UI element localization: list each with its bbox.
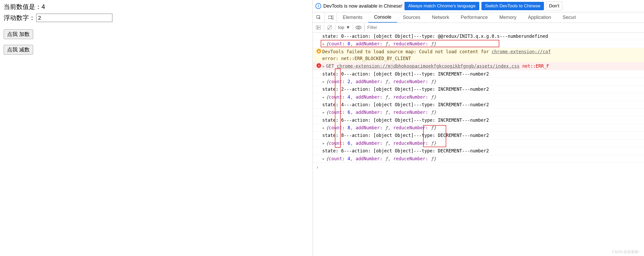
devtools-tabs: Elements Console Sources Network Perform… bbox=[313, 12, 644, 23]
info-icon: i bbox=[315, 3, 321, 9]
log-object[interactable]: {count: 4, addNumber: ƒ, reduceNumber: ƒ… bbox=[326, 156, 436, 161]
app-pane: 当前数值是：4 浮动数字： 点我 加数 点我 减数 bbox=[0, 0, 313, 256]
expand-icon[interactable]: ▸ bbox=[322, 63, 325, 70]
tab-console[interactable]: Console bbox=[368, 12, 397, 23]
watermark: CSDN @@索索~ bbox=[612, 250, 640, 254]
expand-icon[interactable]: ▸ bbox=[322, 140, 325, 147]
expand-icon[interactable]: ▸ bbox=[322, 40, 325, 47]
error-icon: ✕ bbox=[316, 63, 321, 68]
http-method: GET bbox=[326, 63, 334, 69]
error-url[interactable]: chrome-extension://mjdbhokoopacimoekfgkc… bbox=[337, 63, 520, 69]
expand-icon[interactable]: ▸ bbox=[322, 109, 325, 116]
tab-performance[interactable]: Performance bbox=[455, 13, 494, 22]
log-row-warning: ▲DevTools failed to load source map: Cou… bbox=[313, 48, 644, 63]
log-row: state: 2---action: [object Object]---typ… bbox=[313, 86, 644, 93]
log-row: state: 8---action: [object Object]---typ… bbox=[313, 132, 644, 139]
tab-security[interactable]: Securi bbox=[557, 13, 582, 22]
log-row: state: 4---action: [object Object]---typ… bbox=[313, 101, 644, 109]
log-text: state: 6---action: [object Object]---typ… bbox=[322, 117, 642, 124]
reduce-button[interactable]: 点我 减数 bbox=[4, 45, 33, 55]
infobar-text: DevTools is now available in Chinese! bbox=[323, 3, 402, 9]
console-prompt[interactable]: › bbox=[313, 163, 644, 172]
svg-rect-1 bbox=[328, 16, 332, 19]
log-object[interactable]: {count: 2, addNumber: ƒ, reduceNumber: ƒ… bbox=[326, 79, 436, 84]
tab-elements[interactable]: Elements bbox=[337, 13, 368, 22]
clear-console-icon[interactable] bbox=[324, 23, 335, 32]
warn-text-2: error: net::ERR_BLOCKED_BY_CLIENT bbox=[322, 56, 411, 61]
language-infobar: i DevTools is now available in Chinese! … bbox=[313, 0, 644, 12]
log-text: state: 0---action: [object Object]---typ… bbox=[322, 71, 642, 77]
log-object[interactable]: {count: 4, addNumber: ƒ, reduceNumber: ƒ… bbox=[326, 94, 436, 100]
current-prefix: 当前数值是： bbox=[4, 3, 41, 10]
context-selector[interactable]: top ▼ bbox=[335, 25, 353, 30]
float-input[interactable] bbox=[36, 14, 112, 22]
tab-memory[interactable]: Memory bbox=[494, 13, 522, 22]
log-row: ▸{count: 4, addNumber: ƒ, reduceNumber: … bbox=[313, 155, 644, 163]
log-row: state: 6---action: [object Object]---typ… bbox=[313, 147, 644, 155]
log-object[interactable]: {count: 6, addNumber: ƒ, reduceNumber: ƒ… bbox=[326, 110, 436, 115]
devtools-pane: i DevTools is now available in Chinese! … bbox=[313, 0, 644, 256]
log-text: state: 6---action: [object Object]---typ… bbox=[322, 147, 642, 154]
console-output: state: 0---action: [object Object]---typ… bbox=[313, 33, 644, 256]
toggle-sidebar-icon[interactable] bbox=[313, 23, 324, 32]
log-row: ▸{count: 6, addNumber: ƒ, reduceNumber: … bbox=[313, 109, 644, 116]
console-toolbar: top ▼ bbox=[313, 23, 644, 33]
log-object[interactable]: {count: 0, addNumber: ƒ, reduceNumber: ƒ… bbox=[326, 41, 436, 46]
log-row: state: 0---action: [object Object]---typ… bbox=[313, 70, 644, 78]
chevron-down-icon: ▼ bbox=[346, 25, 350, 30]
log-row: ▸{count: 4, addNumber: ƒ, reduceNumber: … bbox=[313, 93, 644, 101]
log-row-error: ✕▸GET chrome-extension://mjdbhokoopacimo… bbox=[313, 62, 644, 70]
dont-show-button[interactable]: Don't bbox=[546, 2, 562, 10]
inspect-icon[interactable] bbox=[313, 13, 325, 23]
tab-network[interactable]: Network bbox=[426, 13, 455, 22]
log-row: ▸{count: 0, addNumber: ƒ, reduceNumber: … bbox=[313, 40, 644, 48]
filter-input[interactable] bbox=[364, 23, 644, 32]
log-row: ▸{count: 2, addNumber: ƒ, reduceNumber: … bbox=[313, 78, 644, 86]
svg-point-6 bbox=[358, 27, 359, 28]
expand-icon[interactable]: ▸ bbox=[322, 155, 325, 162]
log-object[interactable]: {count: 6, addNumber: ƒ, reduceNumber: ƒ… bbox=[326, 141, 436, 146]
live-expression-icon[interactable] bbox=[353, 23, 364, 32]
float-label: 浮动数字： bbox=[4, 14, 35, 22]
expand-icon[interactable]: ▸ bbox=[322, 94, 325, 100]
log-object[interactable]: {count: 8, addNumber: ƒ, reduceNumber: ƒ… bbox=[326, 125, 436, 130]
log-text: state: 8---action: [object Object]---typ… bbox=[322, 132, 642, 139]
current-value: 4 bbox=[41, 3, 45, 10]
warn-text: DevTools failed to load source map: Coul… bbox=[322, 49, 492, 54]
log-row: ▸{count: 6, addNumber: ƒ, reduceNumber: … bbox=[313, 140, 644, 147]
log-text: state: 2---action: [object Object]---typ… bbox=[322, 86, 642, 93]
expand-icon[interactable]: ▸ bbox=[322, 78, 325, 85]
svg-rect-3 bbox=[316, 26, 321, 29]
error-tail: net::ERR_F bbox=[522, 63, 549, 69]
match-language-button[interactable]: Always match Chrome's language bbox=[404, 2, 479, 10]
log-row: ▸{count: 8, addNumber: ƒ, reduceNumber: … bbox=[313, 124, 644, 132]
svg-rect-2 bbox=[332, 15, 334, 19]
log-text: state: 0---action: [object Object]---typ… bbox=[322, 33, 642, 40]
add-button[interactable]: 点我 加数 bbox=[4, 29, 33, 39]
current-value-label: 当前数值是：4 bbox=[4, 3, 309, 11]
float-input-row: 浮动数字： bbox=[4, 14, 309, 22]
tab-application[interactable]: Application bbox=[522, 13, 557, 22]
svg-point-5 bbox=[356, 26, 361, 29]
log-row: state: 0---action: [object Object]---typ… bbox=[313, 33, 644, 40]
log-text: state: 4---action: [object Object]---typ… bbox=[322, 101, 642, 108]
warning-icon: ▲ bbox=[316, 49, 321, 54]
context-label: top bbox=[338, 25, 344, 30]
tab-sources[interactable]: Sources bbox=[397, 13, 426, 22]
expand-icon[interactable]: ▸ bbox=[322, 124, 325, 131]
log-row: state: 6---action: [object Object]---typ… bbox=[313, 116, 644, 124]
warn-link[interactable]: chrome-extension://cof bbox=[492, 49, 551, 54]
switch-language-button[interactable]: Switch DevTools to Chinese bbox=[481, 2, 544, 10]
device-toggle-icon[interactable] bbox=[325, 13, 337, 23]
